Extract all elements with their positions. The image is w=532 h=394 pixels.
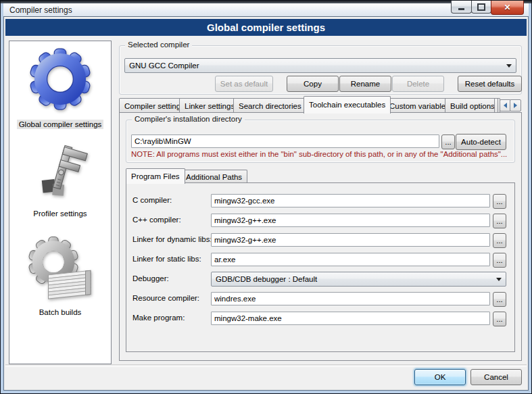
copy-button[interactable]: Copy	[287, 76, 339, 92]
cancel-button[interactable]: Cancel	[470, 369, 522, 385]
linker-static-label: Linker for static libs:	[132, 255, 201, 263]
installation-note: NOTE: All programs must exist either in …	[131, 150, 507, 158]
sidebar-item-batch-builds[interactable]: Batch builds	[9, 233, 111, 318]
arrow-right-icon	[514, 103, 517, 108]
window-title: Compiler settings	[9, 5, 72, 15]
footer-divider	[5, 364, 527, 367]
c-compiler-label: C compiler:	[132, 196, 172, 204]
maximize-button[interactable]	[471, 1, 491, 14]
maximize-icon	[477, 3, 485, 11]
sidebar-item-label: Global compiler settings	[17, 120, 104, 129]
compiler-select-value: GNU GCC Compiler	[129, 61, 199, 70]
tab-build-options[interactable]: Build options	[445, 98, 500, 114]
browse-c-compiler-button[interactable]: ...	[493, 194, 506, 209]
installation-directory-group-label: Compiler's installation directory	[132, 115, 245, 123]
browse-directory-button[interactable]: ...	[441, 134, 455, 149]
resource-compiler-input[interactable]	[211, 292, 490, 305]
debugger-label: Debugger:	[132, 274, 169, 282]
browse-make-program-button[interactable]: ...	[493, 312, 506, 326]
blue-gear-icon	[26, 45, 94, 113]
selected-compiler-group-label: Selected compiler	[125, 41, 192, 49]
chevron-down-icon	[496, 278, 502, 281]
reset-defaults-button[interactable]: Reset defaults	[458, 76, 522, 92]
linker-dynamic-label: Linker for dynamic libs:	[132, 235, 212, 243]
page-title: Global compiler settings	[5, 19, 527, 36]
gray-gear-stack-icon	[26, 233, 94, 301]
minimize-icon	[458, 8, 464, 10]
tab-overflow-sliver	[494, 98, 498, 114]
linker-dynamic-input[interactable]	[211, 233, 490, 247]
sidebar-item-profiler-settings[interactable]: Profiler settings	[9, 143, 111, 219]
arrow-left-icon	[504, 103, 507, 108]
rename-button[interactable]: Rename	[339, 76, 391, 92]
program-files-panel	[126, 182, 515, 352]
set-as-default-button[interactable]: Set as default	[215, 76, 273, 92]
browse-linker-static-button[interactable]: ...	[493, 253, 506, 268]
cpp-compiler-input[interactable]	[211, 214, 490, 227]
close-button[interactable]: ✕	[491, 1, 524, 15]
make-program-input[interactable]	[211, 312, 490, 325]
sidebar-item-global-compiler-settings[interactable]: Global compiler settings	[9, 45, 111, 130]
sidebar-item-label: Profiler settings	[31, 209, 89, 218]
auto-detect-button[interactable]: Auto-detect	[456, 134, 506, 150]
cpp-compiler-label: C++ compiler:	[132, 216, 181, 224]
subtab-program-files[interactable]: Program Files	[126, 168, 185, 184]
compiler-select[interactable]: GNU GCC Compiler	[124, 58, 516, 73]
browse-resource-compiler-button[interactable]: ...	[493, 292, 506, 307]
make-program-label: Make program:	[132, 314, 185, 322]
tab-search-directories[interactable]: Search directories	[233, 98, 307, 114]
sidebar-item-label: Batch builds	[37, 307, 84, 317]
ok-button[interactable]: OK	[414, 369, 466, 385]
resource-compiler-label: Resource compiler:	[132, 294, 199, 302]
subtab-additional-paths[interactable]: Additional Paths	[180, 170, 247, 184]
compiler-settings-dialog: Compiler settings ✕ Global compiler sett…	[0, 0, 532, 394]
browse-cpp-compiler-button[interactable]: ...	[493, 214, 506, 228]
tab-linker-settings[interactable]: Linker settings	[179, 98, 240, 114]
close-icon: ✕	[504, 3, 510, 12]
linker-static-input[interactable]	[211, 253, 490, 266]
browse-linker-dynamic-button[interactable]: ...	[493, 233, 506, 248]
c-compiler-input[interactable]	[211, 194, 490, 207]
caliper-icon	[30, 143, 90, 202]
debugger-select[interactable]: GDB/CDB debugger : Default	[211, 272, 506, 287]
settings-category-list: Global compiler settings	[9, 41, 112, 364]
installation-directory-input[interactable]	[131, 134, 439, 148]
tab-scroll-right-button[interactable]	[510, 99, 521, 112]
delete-button[interactable]: Delete	[392, 76, 444, 92]
debugger-select-value: GDB/CDB debugger : Default	[216, 275, 317, 283]
window-controls: ✕	[452, 1, 524, 15]
chevron-down-icon	[506, 64, 512, 68]
minimize-button[interactable]	[451, 1, 472, 14]
title-bar[interactable]: Compiler settings	[3, 3, 529, 16]
tab-toolchain-executables[interactable]: Toolchain executables	[304, 96, 391, 114]
